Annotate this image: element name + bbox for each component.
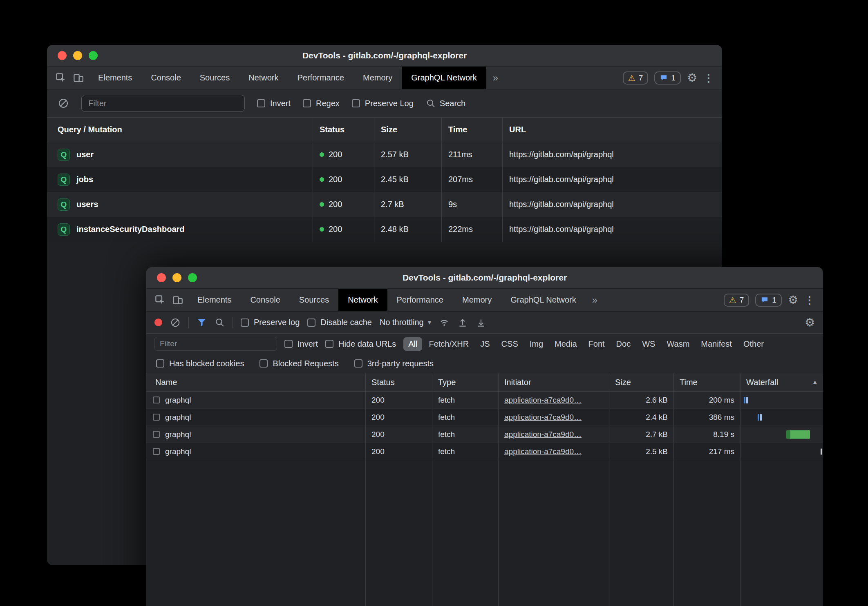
network-conditions-icon[interactable]: [439, 317, 450, 328]
row-checkbox[interactable]: [153, 397, 160, 403]
tab-console[interactable]: Console: [141, 67, 190, 89]
type-filter-css[interactable]: CSS: [497, 337, 523, 351]
filter-funnel-icon[interactable]: [197, 317, 207, 328]
overflow-menu-icon[interactable]: ⋮: [804, 295, 815, 305]
column-header-time[interactable]: Time: [673, 373, 740, 392]
zoom-button[interactable]: [89, 51, 98, 60]
inspect-element-icon[interactable]: [55, 72, 66, 83]
tab-network[interactable]: Network: [239, 67, 288, 89]
settings-gear-icon[interactable]: ⚙: [687, 72, 697, 84]
invert-checkbox[interactable]: Invert: [284, 339, 318, 349]
throttling-select[interactable]: No throttling ▾: [380, 318, 431, 327]
column-header-waterfall[interactable]: Waterfall ▲: [740, 373, 823, 392]
type-filter-font[interactable]: Font: [584, 337, 610, 351]
warnings-badge[interactable]: ⚠ 7: [623, 71, 649, 85]
blocked-requests-checkbox[interactable]: Blocked Requests: [260, 359, 338, 368]
type-filter-other[interactable]: Other: [738, 337, 769, 351]
column-header-name[interactable]: Name: [146, 373, 365, 392]
window-title: DevTools - gitlab.com/-/graphql-explorer: [47, 51, 722, 60]
row-checkbox[interactable]: [153, 414, 160, 421]
export-har-icon[interactable]: [476, 317, 486, 328]
column-header-type[interactable]: Type: [432, 373, 498, 392]
initiator-link[interactable]: application-a7ca9d0…: [504, 430, 582, 439]
device-toolbar-icon[interactable]: [172, 294, 183, 305]
minimize-button[interactable]: [172, 273, 181, 282]
type-filter-doc[interactable]: Doc: [611, 337, 636, 351]
column-header-size[interactable]: Size: [609, 373, 673, 392]
tab-graphql-network[interactable]: GraphQL Network: [402, 67, 486, 89]
overflow-menu-icon[interactable]: ⋮: [703, 73, 714, 83]
type-filter-all[interactable]: All: [403, 337, 422, 351]
tab-elements[interactable]: Elements: [89, 67, 141, 89]
checkbox-icon: [241, 319, 249, 327]
close-button[interactable]: [58, 51, 67, 60]
column-header-status[interactable]: Status: [365, 373, 432, 392]
type-filter-manifest[interactable]: Manifest: [696, 337, 737, 351]
type-value: fetch: [432, 409, 498, 426]
clear-icon[interactable]: [58, 98, 69, 109]
preserve-log-checkbox[interactable]: Preserve Log: [352, 99, 414, 108]
device-toolbar-icon[interactable]: [73, 72, 84, 83]
initiator-link[interactable]: application-a7ca9d0…: [504, 413, 582, 422]
url-value: https://gitlab.com/api/graphql: [502, 217, 722, 242]
row-checkbox[interactable]: [153, 431, 160, 438]
column-header-size[interactable]: Size: [374, 118, 441, 142]
initiator-link[interactable]: application-a7ca9d0…: [504, 447, 582, 456]
warnings-badge[interactable]: ⚠ 7: [724, 294, 749, 307]
network-requests-table: Name Status Type Initiator Size Time Wat…: [146, 373, 823, 460]
search-icon[interactable]: [215, 317, 225, 328]
clear-icon[interactable]: [170, 317, 181, 328]
row-checkbox[interactable]: [153, 448, 160, 455]
tab-sources[interactable]: Sources: [190, 67, 239, 89]
minimize-button[interactable]: [73, 51, 82, 60]
search-button[interactable]: Search: [426, 98, 465, 108]
column-header-status[interactable]: Status: [313, 118, 374, 142]
tab-memory[interactable]: Memory: [453, 289, 501, 311]
regex-checkbox[interactable]: Regex: [303, 99, 340, 108]
titlebar[interactable]: DevTools - gitlab.com/-/graphql-explorer: [146, 267, 823, 289]
type-filter-media[interactable]: Media: [550, 337, 582, 351]
network-settings-gear-icon[interactable]: ⚙: [805, 317, 815, 328]
tab-graphql-network[interactable]: GraphQL Network: [501, 289, 585, 311]
size-value: 2.6 kB: [609, 392, 673, 409]
filter-input[interactable]: [154, 337, 277, 351]
inspect-element-icon[interactable]: [154, 294, 166, 305]
record-button[interactable]: [154, 319, 162, 326]
tab-memory[interactable]: Memory: [353, 67, 402, 89]
hide-data-urls-checkbox[interactable]: Hide data URLs: [325, 339, 396, 349]
type-filter-ws[interactable]: WS: [637, 337, 660, 351]
close-button[interactable]: [157, 273, 166, 282]
more-tabs-button[interactable]: »: [586, 289, 604, 311]
tab-elements[interactable]: Elements: [188, 289, 241, 311]
search-icon: [426, 98, 436, 108]
third-party-requests-checkbox[interactable]: 3rd-party requests: [354, 359, 434, 368]
tab-performance[interactable]: Performance: [387, 289, 453, 311]
tab-network[interactable]: Network: [338, 289, 387, 311]
type-filter-img[interactable]: Img: [525, 337, 548, 351]
settings-gear-icon[interactable]: ⚙: [788, 294, 798, 306]
invert-checkbox[interactable]: Invert: [257, 99, 291, 108]
issues-badge[interactable]: 1: [654, 71, 681, 85]
initiator-link[interactable]: application-a7ca9d0…: [504, 396, 582, 405]
request-name: graphql: [165, 447, 191, 456]
column-header-time[interactable]: Time: [441, 118, 502, 142]
zoom-button[interactable]: [188, 273, 197, 282]
tab-sources[interactable]: Sources: [290, 289, 338, 311]
type-filter-wasm[interactable]: Wasm: [662, 337, 694, 351]
column-header-query[interactable]: Query / Mutation: [47, 118, 313, 142]
filter-input[interactable]: [81, 95, 245, 112]
issues-badge[interactable]: 1: [755, 294, 782, 307]
tab-performance[interactable]: Performance: [288, 67, 354, 89]
column-header-initiator[interactable]: Initiator: [498, 373, 609, 392]
preserve-log-checkbox[interactable]: Preserve log: [241, 318, 300, 327]
disable-cache-checkbox[interactable]: Disable cache: [307, 318, 372, 327]
type-filter-js[interactable]: JS: [475, 337, 494, 351]
import-har-icon[interactable]: [457, 317, 468, 328]
titlebar[interactable]: DevTools - gitlab.com/-/graphql-explorer: [47, 45, 722, 67]
column-header-url[interactable]: URL: [502, 118, 722, 142]
toolbar-divider: [188, 317, 189, 328]
type-filter-fetch-xhr[interactable]: Fetch/XHR: [424, 337, 474, 351]
tab-console[interactable]: Console: [241, 289, 289, 311]
has-blocked-cookies-checkbox[interactable]: Has blocked cookies: [156, 359, 244, 368]
more-tabs-button[interactable]: »: [486, 67, 505, 89]
